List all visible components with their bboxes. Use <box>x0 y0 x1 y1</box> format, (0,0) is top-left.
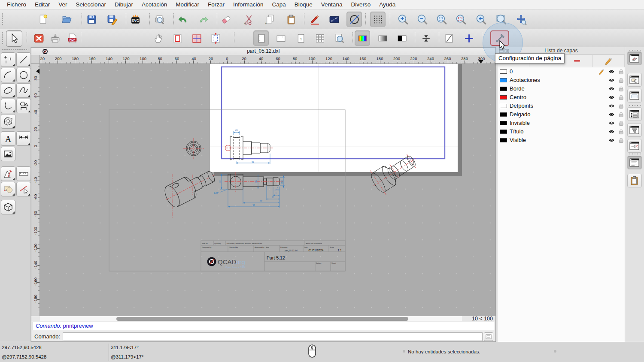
menu-forzar[interactable]: Forzar <box>204 0 229 9</box>
edit-layer-button[interactable] <box>593 55 625 67</box>
copy-button[interactable]: + <box>262 12 278 27</box>
tools-circle-button[interactable] <box>16 68 31 82</box>
dock-block-list-button[interactable] <box>627 73 642 87</box>
zoom-auto-button[interactable] <box>434 12 449 27</box>
palette-handle[interactable] <box>2 48 28 51</box>
portrait-orientation-button[interactable] <box>253 30 269 46</box>
remove-layer-button[interactable] <box>561 55 593 67</box>
menu-capa[interactable]: Capa <box>268 0 290 9</box>
layer-lock-icon[interactable] <box>618 86 624 92</box>
tools-shape-button[interactable] <box>16 99 31 113</box>
tools-measure-button[interactable] <box>16 166 31 181</box>
layer-row-0[interactable]: 0 <box>498 67 625 76</box>
menu-ver[interactable]: Ver <box>54 0 71 9</box>
print-preview-button[interactable] <box>152 12 167 27</box>
layer-visibility-eye-icon[interactable] <box>608 86 615 92</box>
layer-visibility-eye-icon[interactable] <box>608 103 615 109</box>
tools-polyline-button[interactable] <box>1 99 15 113</box>
new-file-button[interactable] <box>35 12 51 27</box>
zoom-previous-button[interactable] <box>473 12 489 27</box>
layer-visibility-eye-icon[interactable] <box>608 129 615 135</box>
menu-editar[interactable]: Editar <box>30 0 54 9</box>
dock-handle[interactable] <box>629 49 641 51</box>
layer-row-visible[interactable]: Visible <box>498 136 625 145</box>
layer-row-borde[interactable]: Borde <box>498 84 625 93</box>
layer-lock-icon[interactable] <box>618 69 624 75</box>
layer-row-defpoints[interactable]: Defpoints <box>498 102 625 110</box>
single-page-mode-button[interactable]: 1 <box>293 30 308 46</box>
open-file-button[interactable] <box>59 12 74 27</box>
menu-bloque[interactable]: Bloque <box>290 0 317 9</box>
layer-lock-icon[interactable] <box>618 112 624 118</box>
redo-button[interactable] <box>195 12 211 27</box>
dock-library-browser-button[interactable] <box>627 89 642 103</box>
zoom-out-button[interactable] <box>414 12 430 27</box>
toolbar-handle[interactable] <box>1 13 3 26</box>
layer-lock-icon[interactable] <box>618 103 624 109</box>
draft-mode-button[interactable] <box>346 12 362 27</box>
tools-line-button[interactable] <box>16 52 31 67</box>
menu-informacion[interactable]: Información <box>229 0 268 9</box>
auto-center-button[interactable] <box>418 30 434 46</box>
paste-button[interactable] <box>283 12 299 27</box>
tools-hatch-button[interactable] <box>1 114 15 129</box>
layer-color-swatch[interactable] <box>500 130 507 134</box>
fit-drawing-button[interactable] <box>208 30 223 46</box>
dock-view-options-button[interactable] <box>627 139 642 153</box>
layer-color-swatch[interactable] <box>500 112 507 117</box>
menu-ayuda[interactable]: Ayuda <box>375 0 400 9</box>
layer-color-swatch[interactable] <box>500 78 507 82</box>
page-borders-button[interactable] <box>189 30 204 46</box>
dock-layer-list-button[interactable] <box>627 51 642 65</box>
command-options-button[interactable] <box>484 332 493 341</box>
layer-row-delgado[interactable]: Delgado <box>498 110 625 119</box>
zoom-to-page-button[interactable] <box>331 30 347 46</box>
landscape-orientation-button[interactable] <box>273 30 289 46</box>
layer-row-acotaciones[interactable]: Acotaciones <box>498 76 625 84</box>
grid-toggle-button[interactable] <box>370 12 386 27</box>
tools-modify-button[interactable] <box>1 182 15 196</box>
multi-page-mode-button[interactable] <box>312 30 328 46</box>
tools-point-button[interactable] <box>1 52 15 67</box>
draw-pencil-button[interactable] <box>307 12 322 27</box>
layer-lock-icon[interactable] <box>618 129 624 135</box>
pan-zoom-button[interactable] <box>513 12 529 27</box>
undo-button[interactable] <box>175 12 191 27</box>
layer-visibility-eye-icon[interactable] <box>608 94 615 100</box>
tools-arc-button[interactable] <box>1 68 15 82</box>
layer-row-título[interactable]: Título <box>498 127 625 136</box>
layer-lock-icon[interactable] <box>618 77 624 83</box>
paper-borders-button[interactable] <box>170 30 185 46</box>
layer-color-swatch[interactable] <box>500 121 507 125</box>
layer-lock-icon[interactable] <box>618 94 624 100</box>
layer-visibility-eye-icon[interactable] <box>608 69 615 75</box>
layer-color-swatch[interactable] <box>500 95 507 100</box>
zoom-selection-button[interactable] <box>453 12 468 27</box>
layer-visibility-eye-icon[interactable] <box>608 137 615 143</box>
grayscale-mode-button[interactable] <box>375 30 390 46</box>
svg-export-button[interactable]: SVG <box>128 12 143 27</box>
command-input[interactable] <box>63 332 483 341</box>
distance-info-button[interactable] <box>326 12 342 27</box>
sheet-drawing-toggle-button[interactable] <box>441 30 457 46</box>
layer-visibility-eye-icon[interactable] <box>608 120 615 126</box>
menu-seleccionar[interactable]: Seleccionar <box>72 0 111 9</box>
tools-spline-button[interactable] <box>16 83 31 98</box>
cut-button[interactable]: + <box>241 12 257 27</box>
print-button[interactable] <box>47 30 63 46</box>
menu-dibujar[interactable]: Dibujar <box>110 0 137 9</box>
pan-hand-button[interactable] <box>151 30 166 46</box>
menu-fichero[interactable]: Fichero <box>3 0 30 9</box>
layer-lock-icon[interactable] <box>618 120 624 126</box>
tools-ellipse-button[interactable] <box>1 83 15 98</box>
dock-property-editor-button[interactable] <box>627 107 642 121</box>
full-color-mode-button[interactable] <box>355 30 370 46</box>
tools-image-button[interactable] <box>1 147 15 161</box>
layer-visibility-eye-icon[interactable] <box>608 112 615 118</box>
layer-color-swatch[interactable] <box>500 69 507 74</box>
origin-toggle-button[interactable] <box>461 30 477 46</box>
zoom-in-button[interactable] <box>395 12 410 27</box>
pdf-export-button[interactable]: PDF <box>64 30 80 46</box>
close-print-preview-button[interactable] <box>31 30 46 46</box>
save-file-as-button[interactable] <box>104 12 120 27</box>
